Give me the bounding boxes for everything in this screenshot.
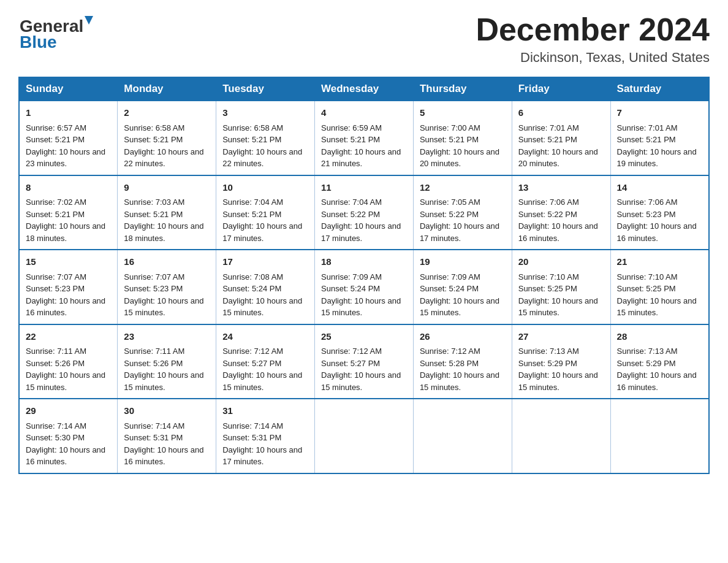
day-number: 16 <box>124 255 210 269</box>
table-row: 12 Sunrise: 7:05 AMSunset: 5:22 PMDaylig… <box>413 175 512 250</box>
table-row: 5 Sunrise: 7:00 AMSunset: 5:21 PMDayligh… <box>413 101 512 175</box>
day-number: 25 <box>321 330 407 344</box>
calendar-header-row: Sunday Monday Tuesday Wednesday Thursday… <box>19 77 709 101</box>
table-row: 3 Sunrise: 6:58 AMSunset: 5:21 PMDayligh… <box>216 101 315 175</box>
day-info: Sunrise: 6:57 AMSunset: 5:21 PMDaylight:… <box>26 123 105 169</box>
table-row: 17 Sunrise: 7:08 AMSunset: 5:24 PMDaylig… <box>216 250 315 324</box>
calendar-week-row: 1 Sunrise: 6:57 AMSunset: 5:21 PMDayligh… <box>19 101 709 175</box>
table-row <box>413 399 512 473</box>
day-number: 30 <box>124 404 210 418</box>
table-row <box>610 399 709 473</box>
day-info: Sunrise: 7:09 AMSunset: 5:24 PMDaylight:… <box>321 272 401 318</box>
day-info: Sunrise: 7:04 AMSunset: 5:22 PMDaylight:… <box>321 197 401 243</box>
col-sunday: Sunday <box>19 77 118 101</box>
day-info: Sunrise: 7:10 AMSunset: 5:25 PMDaylight:… <box>617 272 697 318</box>
day-number: 22 <box>26 330 111 344</box>
day-info: Sunrise: 6:59 AMSunset: 5:21 PMDaylight:… <box>321 123 401 169</box>
day-info: Sunrise: 7:06 AMSunset: 5:22 PMDaylight:… <box>518 197 598 243</box>
day-info: Sunrise: 7:13 AMSunset: 5:29 PMDaylight:… <box>617 347 697 392</box>
table-row: 31 Sunrise: 7:14 AMSunset: 5:31 PMDaylig… <box>216 399 315 473</box>
table-row: 25 Sunrise: 7:12 AMSunset: 5:27 PMDaylig… <box>315 324 414 399</box>
table-row: 8 Sunrise: 7:02 AMSunset: 5:21 PMDayligh… <box>19 175 118 250</box>
day-info: Sunrise: 7:09 AMSunset: 5:24 PMDaylight:… <box>420 272 499 318</box>
day-number: 2 <box>124 106 210 120</box>
table-row: 27 Sunrise: 7:13 AMSunset: 5:29 PMDaylig… <box>512 324 610 399</box>
table-row: 1 Sunrise: 6:57 AMSunset: 5:21 PMDayligh… <box>19 101 118 175</box>
logo-image: General Blue <box>18 12 98 49</box>
table-row: 7 Sunrise: 7:01 AMSunset: 5:21 PMDayligh… <box>610 101 709 175</box>
day-number: 10 <box>222 181 308 195</box>
day-info: Sunrise: 7:04 AMSunset: 5:21 PMDaylight:… <box>222 197 302 243</box>
table-row: 23 Sunrise: 7:11 AMSunset: 5:26 PMDaylig… <box>118 324 216 399</box>
day-number: 1 <box>26 106 111 120</box>
calendar-week-row: 29 Sunrise: 7:14 AMSunset: 5:30 PMDaylig… <box>19 399 709 473</box>
table-row: 2 Sunrise: 6:58 AMSunset: 5:21 PMDayligh… <box>118 101 216 175</box>
col-monday: Monday <box>118 77 216 101</box>
day-info: Sunrise: 7:10 AMSunset: 5:25 PMDaylight:… <box>518 272 598 318</box>
day-info: Sunrise: 7:12 AMSunset: 5:28 PMDaylight:… <box>420 347 499 392</box>
logo: General Blue <box>18 12 98 49</box>
col-friday: Friday <box>512 77 610 101</box>
table-row: 24 Sunrise: 7:12 AMSunset: 5:27 PMDaylig… <box>216 324 315 399</box>
table-row <box>315 399 414 473</box>
table-row: 21 Sunrise: 7:10 AMSunset: 5:25 PMDaylig… <box>610 250 709 324</box>
day-number: 23 <box>124 330 210 344</box>
day-number: 17 <box>222 255 308 269</box>
day-number: 19 <box>420 255 506 269</box>
col-thursday: Thursday <box>413 77 512 101</box>
col-wednesday: Wednesday <box>315 77 414 101</box>
day-info: Sunrise: 7:07 AMSunset: 5:23 PMDaylight:… <box>124 272 203 318</box>
day-info: Sunrise: 7:07 AMSunset: 5:23 PMDaylight:… <box>26 272 105 318</box>
svg-text:Blue: Blue <box>20 33 57 49</box>
day-number: 28 <box>617 330 702 344</box>
calendar-table: Sunday Monday Tuesday Wednesday Thursday… <box>18 77 710 474</box>
day-info: Sunrise: 7:05 AMSunset: 5:22 PMDaylight:… <box>420 197 499 243</box>
day-info: Sunrise: 7:12 AMSunset: 5:27 PMDaylight:… <box>321 347 401 392</box>
calendar-week-row: 15 Sunrise: 7:07 AMSunset: 5:23 PMDaylig… <box>19 250 709 324</box>
table-row: 16 Sunrise: 7:07 AMSunset: 5:23 PMDaylig… <box>118 250 216 324</box>
day-info: Sunrise: 7:11 AMSunset: 5:26 PMDaylight:… <box>124 347 203 392</box>
day-info: Sunrise: 7:14 AMSunset: 5:31 PMDaylight:… <box>222 421 302 467</box>
table-row: 9 Sunrise: 7:03 AMSunset: 5:21 PMDayligh… <box>118 175 216 250</box>
day-number: 9 <box>124 181 210 195</box>
svg-marker-1 <box>85 16 93 25</box>
calendar-week-row: 22 Sunrise: 7:11 AMSunset: 5:26 PMDaylig… <box>19 324 709 399</box>
table-row: 10 Sunrise: 7:04 AMSunset: 5:21 PMDaylig… <box>216 175 315 250</box>
day-number: 11 <box>321 181 407 195</box>
table-row: 28 Sunrise: 7:13 AMSunset: 5:29 PMDaylig… <box>610 324 709 399</box>
table-row: 6 Sunrise: 7:01 AMSunset: 5:21 PMDayligh… <box>512 101 610 175</box>
day-number: 24 <box>222 330 308 344</box>
month-title: December 2024 <box>476 12 710 47</box>
day-number: 26 <box>420 330 506 344</box>
page-header: General Blue December 2024 Dickinson, Te… <box>18 12 710 66</box>
table-row: 22 Sunrise: 7:11 AMSunset: 5:26 PMDaylig… <box>19 324 118 399</box>
title-block: December 2024 Dickinson, Texas, United S… <box>476 12 710 66</box>
table-row: 29 Sunrise: 7:14 AMSunset: 5:30 PMDaylig… <box>19 399 118 473</box>
table-row: 18 Sunrise: 7:09 AMSunset: 5:24 PMDaylig… <box>315 250 414 324</box>
day-number: 20 <box>518 255 604 269</box>
day-number: 29 <box>26 404 111 418</box>
day-info: Sunrise: 6:58 AMSunset: 5:21 PMDaylight:… <box>124 123 203 169</box>
table-row: 15 Sunrise: 7:07 AMSunset: 5:23 PMDaylig… <box>19 250 118 324</box>
day-number: 8 <box>26 181 111 195</box>
table-row: 13 Sunrise: 7:06 AMSunset: 5:22 PMDaylig… <box>512 175 610 250</box>
location: Dickinson, Texas, United States <box>476 50 710 66</box>
day-number: 13 <box>518 181 604 195</box>
table-row: 19 Sunrise: 7:09 AMSunset: 5:24 PMDaylig… <box>413 250 512 324</box>
table-row: 4 Sunrise: 6:59 AMSunset: 5:21 PMDayligh… <box>315 101 414 175</box>
day-info: Sunrise: 7:14 AMSunset: 5:30 PMDaylight:… <box>26 421 105 467</box>
day-number: 6 <box>518 106 604 120</box>
day-info: Sunrise: 6:58 AMSunset: 5:21 PMDaylight:… <box>222 123 302 169</box>
col-saturday: Saturday <box>610 77 709 101</box>
day-info: Sunrise: 7:12 AMSunset: 5:27 PMDaylight:… <box>222 347 302 392</box>
table-row: 14 Sunrise: 7:06 AMSunset: 5:23 PMDaylig… <box>610 175 709 250</box>
day-number: 15 <box>26 255 111 269</box>
day-number: 27 <box>518 330 604 344</box>
day-number: 12 <box>420 181 506 195</box>
table-row: 20 Sunrise: 7:10 AMSunset: 5:25 PMDaylig… <box>512 250 610 324</box>
table-row: 26 Sunrise: 7:12 AMSunset: 5:28 PMDaylig… <box>413 324 512 399</box>
day-number: 14 <box>617 181 702 195</box>
day-info: Sunrise: 7:01 AMSunset: 5:21 PMDaylight:… <box>518 123 598 169</box>
day-info: Sunrise: 7:06 AMSunset: 5:23 PMDaylight:… <box>617 197 697 243</box>
day-info: Sunrise: 7:11 AMSunset: 5:26 PMDaylight:… <box>26 347 105 392</box>
